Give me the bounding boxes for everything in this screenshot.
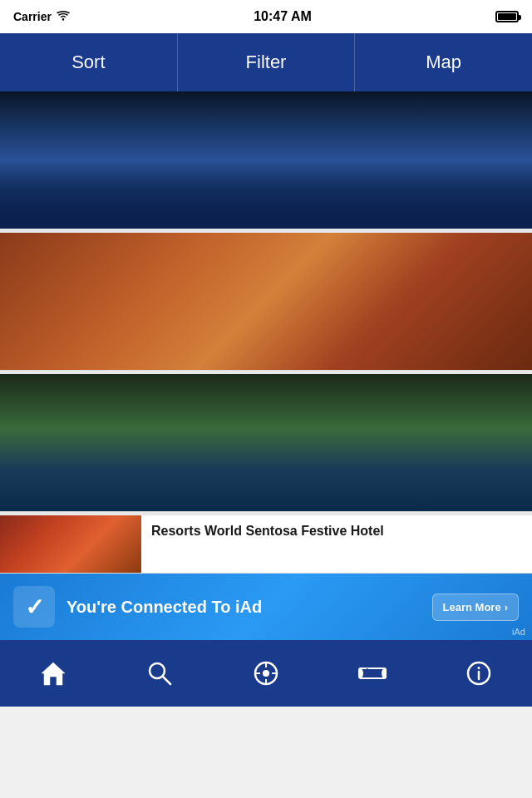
iad-chevron-icon: › <box>505 601 508 613</box>
iad-learn-more-button[interactable]: Learn More › <box>432 594 519 621</box>
nav-item-search[interactable] <box>106 660 213 687</box>
svg-point-0 <box>62 18 64 20</box>
iad-checkmark-icon: ✓ <box>25 594 44 621</box>
sort-button[interactable]: Sort <box>0 33 178 91</box>
hotel-info-resorts-world: Resorts World Sentosa Festive Hotel <box>141 515 532 573</box>
hotel-image-resorts-world[interactable] <box>0 515 141 574</box>
iad-learn-more-label: Learn More <box>443 601 501 613</box>
hotel-image-swissotel[interactable] <box>0 374 532 511</box>
status-left: Carrier <box>13 10 70 23</box>
filter-button[interactable]: Filter <box>178 33 356 91</box>
status-bar: Carrier 10:47 AM <box>0 0 532 33</box>
location-icon <box>253 660 279 687</box>
map-button[interactable]: Map <box>355 33 532 91</box>
nav-item-info[interactable] <box>426 660 532 687</box>
toolbar: Sort Filter Map <box>0 33 532 91</box>
hotel-card-marina-bay-sands: Marina Bay Sands ★★★★★ Marina Bay 📍 10.9… <box>0 91 532 229</box>
status-right <box>495 11 519 22</box>
hotel-image-marina-bay-sands[interactable] <box>0 91 532 229</box>
nav-item-home[interactable] <box>0 660 106 687</box>
nav-item-tickets[interactable] <box>319 662 426 685</box>
iad-banner[interactable]: ✓ You're Connected To iAd Learn More › i… <box>0 574 532 640</box>
battery-icon <box>495 11 519 22</box>
search-icon <box>146 660 173 687</box>
iad-checkmark-box: ✓ <box>13 586 55 628</box>
status-time: 10:47 AM <box>254 9 312 24</box>
svg-point-13 <box>478 667 480 669</box>
iad-message: You're Connected To iAd <box>66 598 421 617</box>
svg-line-2 <box>163 677 171 685</box>
ticket-icon <box>357 662 387 685</box>
iad-label: iAd <box>512 627 525 637</box>
wifi-icon <box>57 10 70 23</box>
home-icon <box>39 660 67 687</box>
hotel-card-resorts-world: Resorts World Sentosa Festive Hotel <box>0 515 532 574</box>
info-icon <box>466 660 492 687</box>
hotel-name-resorts-world: Resorts World Sentosa Festive Hotel <box>151 524 522 539</box>
hotel-card-swissotel: Swissotel The Stamford ★★★★★ Riverside 📍… <box>0 374 532 512</box>
hotel-image-royal-plaza[interactable] <box>0 233 532 370</box>
carrier-label: Carrier <box>13 10 52 23</box>
bottom-nav <box>0 640 532 707</box>
hotel-card-royal-plaza: Royal Plaza on Scotts ★★★★★ Orchard 📍 7.… <box>0 233 532 371</box>
nav-item-location[interactable] <box>213 660 319 687</box>
hotel-list: Marina Bay Sands ★★★★★ Marina Bay 📍 10.9… <box>0 91 532 574</box>
svg-point-4 <box>263 670 269 677</box>
